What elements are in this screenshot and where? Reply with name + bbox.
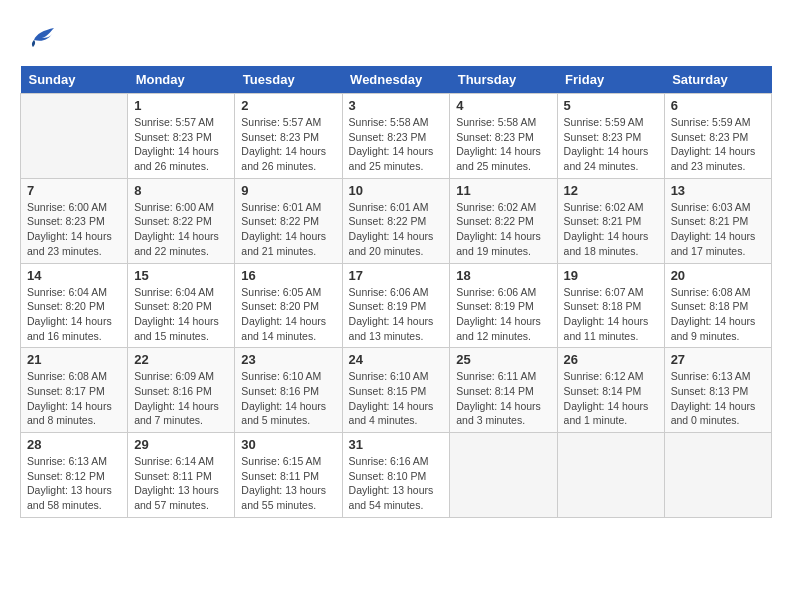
day-info: Sunrise: 6:13 AM Sunset: 8:12 PM Dayligh…: [27, 454, 121, 513]
day-number: 19: [564, 268, 658, 283]
calendar-cell: 2Sunrise: 5:57 AM Sunset: 8:23 PM Daylig…: [235, 94, 342, 179]
day-number: 29: [134, 437, 228, 452]
day-number: 30: [241, 437, 335, 452]
day-number: 28: [27, 437, 121, 452]
day-info: Sunrise: 6:07 AM Sunset: 8:18 PM Dayligh…: [564, 285, 658, 344]
calendar-cell: 17Sunrise: 6:06 AM Sunset: 8:19 PM Dayli…: [342, 263, 450, 348]
header-friday: Friday: [557, 66, 664, 94]
calendar-cell: 15Sunrise: 6:04 AM Sunset: 8:20 PM Dayli…: [128, 263, 235, 348]
calendar-cell: 28Sunrise: 6:13 AM Sunset: 8:12 PM Dayli…: [21, 433, 128, 518]
calendar-cell: 18Sunrise: 6:06 AM Sunset: 8:19 PM Dayli…: [450, 263, 557, 348]
day-info: Sunrise: 6:01 AM Sunset: 8:22 PM Dayligh…: [349, 200, 444, 259]
day-number: 21: [27, 352, 121, 367]
day-info: Sunrise: 6:00 AM Sunset: 8:22 PM Dayligh…: [134, 200, 228, 259]
day-info: Sunrise: 6:06 AM Sunset: 8:19 PM Dayligh…: [349, 285, 444, 344]
calendar-cell: 16Sunrise: 6:05 AM Sunset: 8:20 PM Dayli…: [235, 263, 342, 348]
day-number: 6: [671, 98, 765, 113]
calendar-cell: 4Sunrise: 5:58 AM Sunset: 8:23 PM Daylig…: [450, 94, 557, 179]
day-info: Sunrise: 5:58 AM Sunset: 8:23 PM Dayligh…: [349, 115, 444, 174]
calendar-cell: 29Sunrise: 6:14 AM Sunset: 8:11 PM Dayli…: [128, 433, 235, 518]
calendar-cell: 24Sunrise: 6:10 AM Sunset: 8:15 PM Dayli…: [342, 348, 450, 433]
calendar-cell: 9Sunrise: 6:01 AM Sunset: 8:22 PM Daylig…: [235, 178, 342, 263]
day-number: 12: [564, 183, 658, 198]
day-number: 18: [456, 268, 550, 283]
day-number: 16: [241, 268, 335, 283]
day-number: 4: [456, 98, 550, 113]
day-info: Sunrise: 6:03 AM Sunset: 8:21 PM Dayligh…: [671, 200, 765, 259]
day-number: 14: [27, 268, 121, 283]
calendar-cell: 10Sunrise: 6:01 AM Sunset: 8:22 PM Dayli…: [342, 178, 450, 263]
day-info: Sunrise: 6:16 AM Sunset: 8:10 PM Dayligh…: [349, 454, 444, 513]
day-number: 23: [241, 352, 335, 367]
day-info: Sunrise: 6:08 AM Sunset: 8:18 PM Dayligh…: [671, 285, 765, 344]
calendar-cell: [450, 433, 557, 518]
day-info: Sunrise: 5:58 AM Sunset: 8:23 PM Dayligh…: [456, 115, 550, 174]
day-number: 8: [134, 183, 228, 198]
day-info: Sunrise: 6:10 AM Sunset: 8:16 PM Dayligh…: [241, 369, 335, 428]
calendar-cell: 21Sunrise: 6:08 AM Sunset: 8:17 PM Dayli…: [21, 348, 128, 433]
calendar-cell: 23Sunrise: 6:10 AM Sunset: 8:16 PM Dayli…: [235, 348, 342, 433]
calendar-week-4: 21Sunrise: 6:08 AM Sunset: 8:17 PM Dayli…: [21, 348, 772, 433]
calendar-cell: 7Sunrise: 6:00 AM Sunset: 8:23 PM Daylig…: [21, 178, 128, 263]
calendar-cell: 26Sunrise: 6:12 AM Sunset: 8:14 PM Dayli…: [557, 348, 664, 433]
calendar-cell: 8Sunrise: 6:00 AM Sunset: 8:22 PM Daylig…: [128, 178, 235, 263]
day-number: 17: [349, 268, 444, 283]
day-info: Sunrise: 5:59 AM Sunset: 8:23 PM Dayligh…: [671, 115, 765, 174]
day-number: 11: [456, 183, 550, 198]
day-number: 26: [564, 352, 658, 367]
page-header: [20, 20, 772, 56]
calendar-cell: 25Sunrise: 6:11 AM Sunset: 8:14 PM Dayli…: [450, 348, 557, 433]
calendar-cell: 11Sunrise: 6:02 AM Sunset: 8:22 PM Dayli…: [450, 178, 557, 263]
day-info: Sunrise: 6:12 AM Sunset: 8:14 PM Dayligh…: [564, 369, 658, 428]
day-number: 13: [671, 183, 765, 198]
day-info: Sunrise: 5:57 AM Sunset: 8:23 PM Dayligh…: [241, 115, 335, 174]
calendar-week-5: 28Sunrise: 6:13 AM Sunset: 8:12 PM Dayli…: [21, 433, 772, 518]
calendar-cell: 27Sunrise: 6:13 AM Sunset: 8:13 PM Dayli…: [664, 348, 771, 433]
calendar-cell: 19Sunrise: 6:07 AM Sunset: 8:18 PM Dayli…: [557, 263, 664, 348]
day-info: Sunrise: 6:15 AM Sunset: 8:11 PM Dayligh…: [241, 454, 335, 513]
day-number: 1: [134, 98, 228, 113]
calendar-table: SundayMondayTuesdayWednesdayThursdayFrid…: [20, 66, 772, 518]
day-number: 7: [27, 183, 121, 198]
calendar-cell: 3Sunrise: 5:58 AM Sunset: 8:23 PM Daylig…: [342, 94, 450, 179]
calendar-cell: 22Sunrise: 6:09 AM Sunset: 8:16 PM Dayli…: [128, 348, 235, 433]
day-info: Sunrise: 6:00 AM Sunset: 8:23 PM Dayligh…: [27, 200, 121, 259]
day-number: 22: [134, 352, 228, 367]
calendar-cell: 1Sunrise: 5:57 AM Sunset: 8:23 PM Daylig…: [128, 94, 235, 179]
day-number: 25: [456, 352, 550, 367]
day-number: 31: [349, 437, 444, 452]
logo-bird-icon: [26, 20, 58, 56]
day-info: Sunrise: 6:13 AM Sunset: 8:13 PM Dayligh…: [671, 369, 765, 428]
calendar-cell: 30Sunrise: 6:15 AM Sunset: 8:11 PM Dayli…: [235, 433, 342, 518]
calendar-cell: 31Sunrise: 6:16 AM Sunset: 8:10 PM Dayli…: [342, 433, 450, 518]
day-info: Sunrise: 6:11 AM Sunset: 8:14 PM Dayligh…: [456, 369, 550, 428]
calendar-cell: [557, 433, 664, 518]
calendar-week-3: 14Sunrise: 6:04 AM Sunset: 8:20 PM Dayli…: [21, 263, 772, 348]
calendar-cell: [664, 433, 771, 518]
day-info: Sunrise: 5:57 AM Sunset: 8:23 PM Dayligh…: [134, 115, 228, 174]
day-number: 9: [241, 183, 335, 198]
day-info: Sunrise: 6:09 AM Sunset: 8:16 PM Dayligh…: [134, 369, 228, 428]
header-sunday: Sunday: [21, 66, 128, 94]
day-number: 10: [349, 183, 444, 198]
calendar-cell: 14Sunrise: 6:04 AM Sunset: 8:20 PM Dayli…: [21, 263, 128, 348]
day-info: Sunrise: 6:04 AM Sunset: 8:20 PM Dayligh…: [134, 285, 228, 344]
day-info: Sunrise: 6:01 AM Sunset: 8:22 PM Dayligh…: [241, 200, 335, 259]
calendar-cell: 20Sunrise: 6:08 AM Sunset: 8:18 PM Dayli…: [664, 263, 771, 348]
day-info: Sunrise: 6:02 AM Sunset: 8:22 PM Dayligh…: [456, 200, 550, 259]
day-number: 2: [241, 98, 335, 113]
header-tuesday: Tuesday: [235, 66, 342, 94]
logo: [20, 20, 58, 56]
day-number: 27: [671, 352, 765, 367]
day-number: 5: [564, 98, 658, 113]
calendar-cell: 13Sunrise: 6:03 AM Sunset: 8:21 PM Dayli…: [664, 178, 771, 263]
calendar-header-row: SundayMondayTuesdayWednesdayThursdayFrid…: [21, 66, 772, 94]
day-number: 15: [134, 268, 228, 283]
calendar-cell: [21, 94, 128, 179]
day-info: Sunrise: 6:04 AM Sunset: 8:20 PM Dayligh…: [27, 285, 121, 344]
calendar-cell: 5Sunrise: 5:59 AM Sunset: 8:23 PM Daylig…: [557, 94, 664, 179]
day-number: 3: [349, 98, 444, 113]
calendar-week-1: 1Sunrise: 5:57 AM Sunset: 8:23 PM Daylig…: [21, 94, 772, 179]
day-info: Sunrise: 6:08 AM Sunset: 8:17 PM Dayligh…: [27, 369, 121, 428]
day-info: Sunrise: 5:59 AM Sunset: 8:23 PM Dayligh…: [564, 115, 658, 174]
